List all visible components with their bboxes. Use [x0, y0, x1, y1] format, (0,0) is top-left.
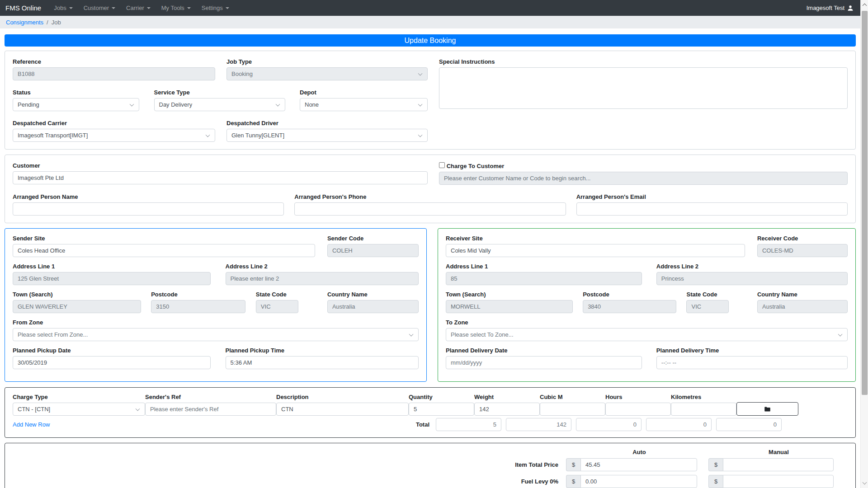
- charge-to-customer-checkbox[interactable]: [439, 162, 445, 168]
- total-hours-input: [646, 418, 712, 431]
- sender-town-input[interactable]: [13, 300, 141, 313]
- sender-address1-input[interactable]: [13, 272, 211, 285]
- planned-pickup-date-input[interactable]: [13, 356, 211, 369]
- breadcrumb-link-consignments[interactable]: Consignments: [6, 19, 43, 26]
- receiver-site-input[interactable]: [446, 244, 745, 257]
- despatched-driver-value: Glen Tunny[GLENT]: [231, 132, 284, 139]
- arranged-person-email-input[interactable]: [576, 202, 848, 216]
- planned-pickup-time-label: Planned Pickup Time: [226, 347, 419, 354]
- customer-input[interactable]: [13, 171, 428, 184]
- sender-site-input[interactable]: [13, 244, 315, 257]
- nav-menu-jobs-label: Jobs: [54, 5, 66, 11]
- nav-menu-customer-label: Customer: [84, 5, 109, 11]
- despatched-driver-select[interactable]: Glen Tunny[GLENT]: [226, 129, 428, 142]
- kilometres-label: Kilometres: [671, 394, 736, 400]
- sender-town-label: Town (Search): [13, 291, 141, 298]
- receiver-town-input[interactable]: [446, 300, 573, 313]
- to-zone-value: Please select To Zone...: [451, 331, 514, 338]
- item-total-price-auto-input[interactable]: [580, 458, 697, 471]
- charge-type-value: CTN - [CTN]: [18, 406, 50, 413]
- special-instructions-input[interactable]: [439, 67, 848, 109]
- arranged-person-name-input[interactable]: [13, 202, 284, 216]
- receiver-panel: Receiver Site Receiver Code Address Line…: [438, 228, 856, 382]
- despatched-carrier-select[interactable]: Imagesoft Transport[IMGT]: [13, 129, 215, 142]
- scroll-up-icon[interactable]: [863, 4, 867, 8]
- receiver-country-input[interactable]: [757, 300, 848, 313]
- to-zone-label: To Zone: [446, 319, 848, 326]
- scrollbar-thumb[interactable]: [862, 11, 868, 395]
- booking-details-panel: Reference Job Type Booking Status: [5, 51, 856, 150]
- receiver-address2-input[interactable]: [656, 272, 848, 285]
- description-input[interactable]: [276, 403, 409, 416]
- chevron-down-icon: [418, 132, 423, 137]
- charge-type-label: Charge Type: [13, 394, 145, 400]
- sender-state-input[interactable]: [256, 300, 298, 313]
- service-type-select[interactable]: Day Delivery: [154, 98, 285, 111]
- hours-input[interactable]: [605, 403, 671, 416]
- quantity-input[interactable]: [409, 403, 474, 416]
- receiver-state-input[interactable]: [686, 300, 728, 313]
- receiver-address1-input[interactable]: [446, 272, 642, 285]
- chevron-down-icon: [136, 406, 140, 411]
- planned-delivery-time-input[interactable]: [656, 356, 848, 369]
- planned-pickup-date-label: Planned Pickup Date: [13, 347, 211, 354]
- pricing-panel: Auto Manual Item Total Price $ $ Fuel Le…: [5, 443, 856, 488]
- breadcrumb-current: Job: [52, 19, 61, 26]
- from-zone-select[interactable]: Please select From Zone...: [13, 328, 419, 341]
- attachments-button[interactable]: [736, 402, 798, 416]
- arranged-person-phone-label: Arranged Person's Phone: [294, 193, 566, 200]
- depot-select[interactable]: None: [300, 98, 428, 111]
- user-menu[interactable]: Imagesoft Test: [807, 5, 854, 11]
- planned-delivery-date-input[interactable]: [446, 356, 642, 369]
- chevron-down-icon: [409, 332, 414, 336]
- to-zone-select[interactable]: Please select To Zone...: [446, 328, 848, 341]
- nav-menu-customer[interactable]: Customer: [79, 3, 120, 13]
- charge-to-customer-row[interactable]: Charge To Customer: [439, 162, 848, 169]
- total-kilometres-input: [716, 418, 782, 431]
- item-total-price-manual-input[interactable]: [723, 458, 834, 471]
- from-zone-label: From Zone: [13, 319, 419, 326]
- sender-address2-input[interactable]: [226, 272, 419, 285]
- receiver-code-input[interactable]: [757, 244, 848, 257]
- charge-customer-search-input[interactable]: [439, 172, 848, 185]
- planned-pickup-time-input[interactable]: [226, 356, 419, 369]
- job-type-value: Booking: [231, 70, 253, 77]
- nav-menu-jobs[interactable]: Jobs: [49, 3, 77, 13]
- arranged-person-email-label: Arranged Person's Email: [576, 193, 848, 200]
- status-select[interactable]: Pending: [13, 98, 139, 111]
- sender-country-input[interactable]: [327, 300, 419, 313]
- fuel-levy-auto-input[interactable]: [580, 475, 697, 488]
- despatched-carrier-value: Imagesoft Transport[IMGT]: [18, 132, 88, 139]
- job-type-select[interactable]: Booking: [226, 67, 428, 80]
- cubic-m-input[interactable]: [540, 403, 605, 416]
- senders-ref-input[interactable]: [145, 403, 276, 416]
- currency-prefix: $: [566, 458, 580, 471]
- arranged-person-phone-input[interactable]: [294, 202, 566, 216]
- customer-label: Customer: [13, 162, 428, 169]
- weight-input[interactable]: [474, 403, 540, 416]
- sender-postcode-input[interactable]: [151, 300, 245, 313]
- page-title: Update Booking: [5, 34, 856, 47]
- nav-menu-settings[interactable]: Settings: [197, 3, 234, 13]
- add-new-row-link[interactable]: Add New Row: [13, 421, 50, 428]
- sender-site-label: Sender Site: [13, 235, 315, 242]
- charge-type-select[interactable]: CTN - [CTN]: [13, 403, 145, 416]
- nav-menu-carrier[interactable]: Carrier: [122, 3, 155, 13]
- receiver-state-label: State Code: [686, 291, 728, 298]
- kilometres-input[interactable]: [671, 403, 736, 416]
- nav-menu-my-tools[interactable]: My Tools: [157, 3, 195, 13]
- chevron-down-icon: [275, 102, 280, 106]
- sender-postcode-label: Postcode: [151, 291, 245, 298]
- page-scrollbar[interactable]: [860, 0, 868, 488]
- sender-country-label: Country Name: [327, 291, 419, 298]
- reference-input[interactable]: [13, 67, 215, 80]
- item-total-price-label: Item Total Price: [13, 461, 566, 468]
- app-brand[interactable]: FMS Online: [5, 4, 41, 12]
- fuel-levy-label: Fuel Levy 0%: [13, 478, 566, 485]
- scroll-down-icon[interactable]: [863, 480, 867, 485]
- sender-code-input[interactable]: [327, 244, 419, 257]
- fuel-levy-manual-input[interactable]: [723, 475, 834, 488]
- receiver-postcode-input[interactable]: [583, 300, 676, 313]
- weight-label: Weight: [474, 394, 540, 400]
- total-label: Total: [416, 421, 431, 428]
